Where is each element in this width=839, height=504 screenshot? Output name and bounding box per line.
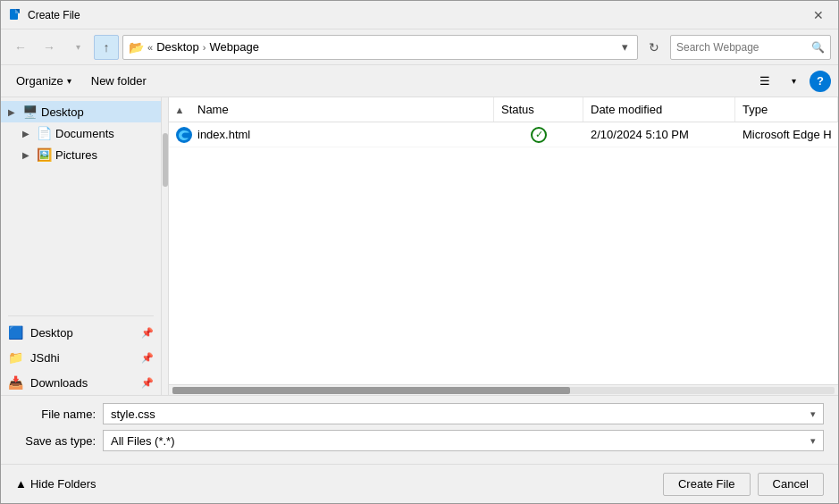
quick-downloads-label: Downloads [30,376,134,390]
back-button[interactable]: ← [8,35,33,60]
organize-label: Organize [16,74,63,88]
col-header-status[interactable]: Status [494,97,583,122]
footer-buttons: Create File Cancel [663,473,824,496]
sidebar-desktop-label: Desktop [41,105,84,119]
title-bar: Create File ✕ [1,1,838,29]
col-date-label: Date modified [591,103,662,116]
create-file-button[interactable]: Create File [663,473,751,496]
view-button[interactable]: ☰ [752,70,777,93]
quick-access-desktop[interactable]: 🟦 Desktop 📌 [1,320,161,345]
saveastype-value: All Files (*.*) [111,434,175,448]
address-folder-icon: 📂 [129,40,144,55]
filename-row: File name: style.css ▾ [15,403,824,424]
filename-field[interactable]: style.css ▾ [103,403,824,424]
tree-expand-arrow: ▶ [19,147,33,162]
search-icon: 🔍 [811,41,825,54]
saveastype-dropdown-icon: ▾ [810,435,816,447]
file-cell-status: ✓ [494,127,583,143]
saveastype-label: Save as type: [15,434,96,448]
file-cell-name: index.html [169,127,494,143]
quick-desktop-label: Desktop [30,326,134,340]
sidebar: ▶ 🖥️ Desktop ▶ 📄 Documents ▶ 🖼️ Pictures [1,97,162,395]
tree-expand-arrow: ▶ [19,126,33,140]
new-folder-button[interactable]: New folder [83,70,155,93]
recent-locations-button[interactable]: ▾ [65,35,90,60]
table-row[interactable]: index.html ✓ 2/10/2024 5:10 PM Microsoft… [169,122,838,147]
pictures-tree-icon: 🖼️ [37,147,52,162]
filename-dropdown-icon: ▾ [810,408,816,420]
pin-icon-3: 📌 [141,377,154,389]
pin-icon-2: 📌 [141,352,154,364]
quick-access-downloads[interactable]: 📥 Downloads 📌 [1,370,161,395]
sidebar-pictures-label: Pictures [55,148,97,162]
breadcrumb-desktop[interactable]: Desktop [156,40,199,54]
cancel-button[interactable]: Cancel [758,473,824,496]
quick-downloads-icon: 📥 [8,375,23,390]
sidebar-divider [8,315,154,316]
address-dropdown-button[interactable]: ▾ [618,40,632,54]
file-cell-date: 2/10/2024 5:10 PM [583,128,735,141]
saveastype-row: Save as type: All Files (*.*) ▾ [15,430,824,451]
documents-tree-icon: 📄 [37,126,52,140]
horizontal-scrollbar[interactable] [169,384,838,395]
quick-jsdhi-icon: 📁 [8,350,23,365]
address-bar[interactable]: 📂 « Desktop › Webpage ▾ [122,35,638,60]
tree-expand-arrow: ▶ [4,105,19,119]
organize-button[interactable]: Organize ▾ [8,70,80,93]
file-type-text: Microsoft Edge H [743,128,832,141]
file-name-text: index.html [197,128,250,141]
title-bar-title: Create File [28,9,806,21]
col-status-label: Status [501,103,534,116]
col-header-type[interactable]: Type [735,97,838,122]
svg-point-3 [176,127,192,143]
breadcrumb: Desktop › Webpage [156,40,259,54]
file-date-text: 2/10/2024 5:10 PM [591,128,689,141]
up-button[interactable]: ↑ [94,35,119,60]
file-list-body: index.html ✓ 2/10/2024 5:10 PM Microsoft… [169,122,838,384]
col-type-label: Type [743,103,768,116]
sidebar-item-pictures[interactable]: ▶ 🖼️ Pictures [1,144,161,165]
breadcrumb-separator: « [147,42,153,53]
view-dropdown-button[interactable]: ▾ [781,70,806,93]
quick-access-jsdhi[interactable]: 📁 JSdhi 📌 [1,345,161,370]
pin-icon: 📌 [141,327,154,339]
nav-bar: ← → ▾ ↑ 📂 « Desktop › Webpage ▾ ↻ 🔍 [1,29,838,65]
desktop-tree-icon: 🖥️ [22,105,38,119]
new-folder-label: New folder [91,74,147,88]
filename-label: File name: [15,407,96,421]
col-name-label: Name [197,103,229,116]
resize-handle[interactable] [828,493,839,504]
bottom-input-area: File name: style.css ▾ Save as type: All… [1,395,838,464]
sidebar-scrollbar[interactable] [162,97,169,395]
col-header-name[interactable]: Name [190,97,494,122]
organize-dropdown-icon: ▾ [67,76,71,86]
breadcrumb-webpage[interactable]: Webpage [210,40,259,54]
sidebar-item-desktop[interactable]: ▶ 🖥️ Desktop [1,101,161,122]
help-button[interactable]: ? [810,71,831,92]
saveastype-field[interactable]: All Files (*.*) ▾ [103,430,824,451]
close-button[interactable]: ✕ [806,6,831,24]
scrollbar-track [172,387,835,394]
quick-access-section: 🟦 Desktop 📌 📁 JSdhi 📌 📥 Downloads 📌 [1,320,161,395]
sidebar-documents-label: Documents [55,127,114,140]
scrollbar-thumb [172,387,570,394]
search-bar[interactable]: 🔍 [670,35,831,60]
filename-value: style.css [111,407,155,421]
search-input[interactable] [676,41,811,54]
sidebar-scrollbar-thumb [163,133,168,187]
hide-folders-arrow: ▲ [15,477,27,491]
sidebar-tree: ▶ 🖥️ Desktop ▶ 📄 Documents ▶ 🖼️ Pictures [1,97,161,312]
hide-folders-label: Hide Folders [30,477,96,491]
quick-desktop-icon: 🟦 [8,325,23,340]
forward-button[interactable]: → [37,35,62,60]
file-list-header: ▲ Name Status Date modified Type [169,97,838,122]
file-cell-type: Microsoft Edge H [735,128,838,141]
col-header-date[interactable]: Date modified [583,97,735,122]
title-bar-icon [8,8,22,22]
footer: ▲ Hide Folders Create File Cancel [1,464,838,503]
sidebar-item-documents[interactable]: ▶ 📄 Documents [1,122,161,144]
create-file-dialog: Create File ✕ ← → ▾ ↑ 📂 « Desktop › Webp… [0,0,839,504]
collapse-button[interactable]: ▲ [169,97,190,122]
hide-folders-button[interactable]: ▲ Hide Folders [15,477,96,491]
refresh-button[interactable]: ↻ [642,35,667,60]
